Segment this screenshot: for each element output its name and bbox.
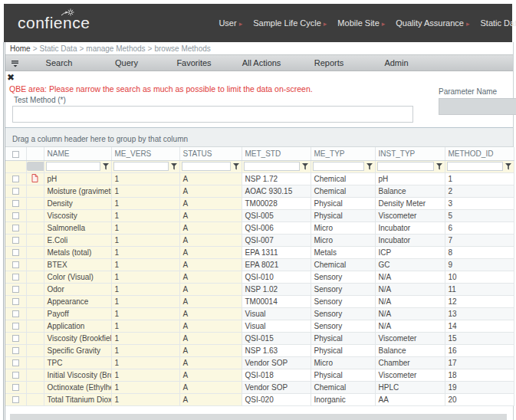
filter-input-me-typ[interactable] bbox=[313, 162, 364, 171]
table-row[interactable]: Density1ATM00028PhysicalDensity Meter3 bbox=[5, 197, 514, 209]
cell-status: A bbox=[179, 258, 242, 271]
table-row[interactable]: Initial Viscosity (Brookfield)1AQSI-018P… bbox=[5, 369, 514, 381]
tab-admin[interactable]: Admin bbox=[363, 58, 430, 67]
table-row[interactable]: BTEX1AEPA 8021ChemicalGC9 bbox=[5, 258, 514, 271]
cell-method-id: 12 bbox=[445, 295, 514, 307]
table-row[interactable]: TPC1AVendor SOPMicroChamber17 bbox=[5, 356, 514, 369]
cell-inst-typ: Balance bbox=[375, 344, 445, 356]
clear-qbe-icon[interactable]: ✖ bbox=[7, 73, 18, 83]
cell-met-std: QSI-020 bbox=[242, 393, 311, 405]
row-checkbox[interactable] bbox=[12, 384, 19, 391]
row-checkbox[interactable] bbox=[12, 310, 19, 317]
column-header-me-vers[interactable]: ME_VERS bbox=[111, 147, 179, 160]
row-icon-cell bbox=[26, 283, 44, 295]
select-all-checkbox[interactable] bbox=[12, 151, 19, 158]
row-checkbox[interactable] bbox=[12, 372, 19, 379]
cell-me-vers: 1 bbox=[111, 234, 179, 246]
row-checkbox-cell bbox=[5, 258, 26, 271]
table-row[interactable]: Odor1ANSP 1.02SensoryN/A11 bbox=[5, 283, 514, 295]
row-checkbox[interactable] bbox=[12, 286, 19, 293]
row-checkbox[interactable] bbox=[12, 274, 19, 281]
row-checkbox[interactable] bbox=[12, 200, 19, 207]
toolbar-menu-button[interactable] bbox=[5, 55, 25, 71]
row-icon-cell bbox=[26, 234, 44, 246]
filter-input-met-std[interactable] bbox=[244, 162, 300, 171]
filter-button-method-id[interactable] bbox=[504, 162, 512, 171]
table-row[interactable]: pH1ANSP 1.72ChemicalpH1 bbox=[5, 172, 514, 185]
filter-cell-met-std bbox=[242, 160, 311, 172]
tab-search[interactable]: Search bbox=[25, 58, 93, 67]
group-by-bar[interactable]: Drag a column header here to group by th… bbox=[5, 128, 513, 147]
column-header-me-typ[interactable]: ME_TYP bbox=[311, 147, 375, 160]
row-checkbox[interactable] bbox=[12, 323, 19, 330]
column-header-status[interactable]: STATUS bbox=[179, 147, 242, 160]
table-row[interactable]: Color (Visual)1AQSI-010SensoryN/A10 bbox=[5, 271, 514, 283]
tab-all-actions[interactable]: All Actions bbox=[228, 58, 295, 67]
breadcrumb-item-manage-methods[interactable]: manage Methods bbox=[86, 44, 145, 53]
footer-gap bbox=[5, 406, 513, 414]
cell-status: A bbox=[179, 185, 242, 197]
filter-cell-me-typ bbox=[311, 160, 375, 172]
brand-logo[interactable]: confience bbox=[18, 14, 90, 32]
tab-query[interactable]: Query bbox=[93, 58, 160, 67]
row-checkbox[interactable] bbox=[12, 359, 19, 366]
test-method-input[interactable] bbox=[12, 106, 413, 123]
row-checkbox[interactable] bbox=[12, 176, 19, 182]
row-checkbox[interactable] bbox=[12, 335, 19, 342]
filter-input-status[interactable] bbox=[182, 162, 231, 171]
table-row[interactable]: Moisture (gravimetric)1AAOAC 930.15Chemi… bbox=[5, 185, 514, 197]
filter-button-met-std[interactable] bbox=[301, 162, 309, 171]
row-checkbox[interactable] bbox=[12, 225, 19, 231]
filter-input-method-id[interactable] bbox=[447, 162, 503, 171]
filter-input-me-vers[interactable] bbox=[113, 162, 169, 171]
grid-header-row: NAMEME_VERSSTATUSMET_STDME_TYPINST_TYPME… bbox=[5, 147, 514, 160]
row-checkbox[interactable] bbox=[12, 396, 19, 403]
row-checkbox[interactable] bbox=[12, 237, 19, 244]
column-header-method-id[interactable]: METHOD_ID bbox=[445, 147, 514, 160]
cell-me-typ: Chemical bbox=[311, 258, 375, 271]
row-checkbox[interactable] bbox=[12, 261, 19, 268]
filter-button-inst-typ[interactable] bbox=[435, 162, 443, 171]
filter-button-status[interactable] bbox=[232, 162, 240, 171]
nav-item-quality-assurance[interactable]: Quality Assurance▸ bbox=[396, 18, 469, 28]
table-row[interactable]: Octinoxate (Ethylhexyl Met1AVendor SOPCh… bbox=[5, 381, 514, 393]
breadcrumb-item-home[interactable]: Home bbox=[10, 44, 31, 53]
filter-button-name[interactable] bbox=[102, 162, 110, 171]
table-row[interactable]: Application1AVisualSensoryN/A14 bbox=[5, 320, 514, 332]
nav-item-user[interactable]: User▸ bbox=[219, 18, 242, 28]
table-row[interactable]: Payoff1AVisualSensoryN/A13 bbox=[5, 307, 514, 320]
tab-reports[interactable]: Reports bbox=[295, 58, 363, 67]
table-row[interactable]: Viscosity (Brookfield)1AQSI-015PhysicalV… bbox=[5, 332, 514, 344]
cell-inst-typ: N/A bbox=[375, 320, 445, 332]
table-row[interactable]: Viscosity1AQSI-005PhysicalViscometer5 bbox=[5, 209, 514, 221]
table-row[interactable]: Metals (total)1AEPA 1311MetalsICP8 bbox=[5, 246, 514, 258]
row-checkbox[interactable] bbox=[12, 298, 19, 305]
filter-input-name[interactable] bbox=[46, 162, 100, 171]
column-header-name[interactable]: NAME bbox=[44, 147, 111, 160]
tab-favorites[interactable]: Favorites bbox=[160, 58, 228, 67]
table-row[interactable]: Appearance1ATM00014SensoryN/A12 bbox=[5, 295, 514, 307]
cell-name: Metals (total) bbox=[44, 246, 111, 258]
table-row[interactable]: E.Coli1AQSI-007MicroIncubator7 bbox=[5, 234, 514, 246]
filter-input-inst-typ[interactable] bbox=[377, 162, 434, 171]
cell-name: Initial Viscosity (Brookfield) bbox=[44, 369, 111, 381]
filter-button-me-vers[interactable] bbox=[170, 162, 178, 171]
column-header-met-std[interactable]: MET_STD bbox=[242, 147, 311, 160]
table-row[interactable]: Salmonella1AQSI-006MicroIncubator6 bbox=[5, 221, 514, 234]
nav-item-sample-life-cycle[interactable]: Sample Life Cycle▸ bbox=[253, 18, 327, 28]
breadcrumb: Home>Static Data>manage Methods>browse M… bbox=[5, 42, 513, 54]
column-header-inst-typ[interactable]: INST_TYP bbox=[375, 147, 445, 160]
row-checkbox[interactable] bbox=[12, 188, 19, 195]
nav-item-static-data[interactable]: Static Data▸ bbox=[481, 18, 516, 28]
nav-item-mobile-site[interactable]: Mobile Site▸ bbox=[337, 18, 385, 28]
breadcrumb-item-static-data[interactable]: Static Data bbox=[40, 44, 77, 53]
parameter-name-input[interactable] bbox=[439, 98, 516, 115]
breadcrumb-item-browse-methods[interactable]: browse Methods bbox=[154, 44, 210, 53]
row-checkbox[interactable] bbox=[12, 212, 19, 219]
cell-name: Moisture (gravimetric) bbox=[44, 185, 111, 197]
table-row[interactable]: Total Titanium Dioxide1AQSI-020Inorganic… bbox=[5, 393, 514, 405]
filter-button-me-typ[interactable] bbox=[366, 162, 373, 171]
row-checkbox[interactable] bbox=[12, 249, 19, 256]
table-row[interactable]: Specific Gravity1ANSP 1.63PhysicalBalanc… bbox=[5, 344, 514, 356]
row-checkbox[interactable] bbox=[12, 347, 19, 354]
